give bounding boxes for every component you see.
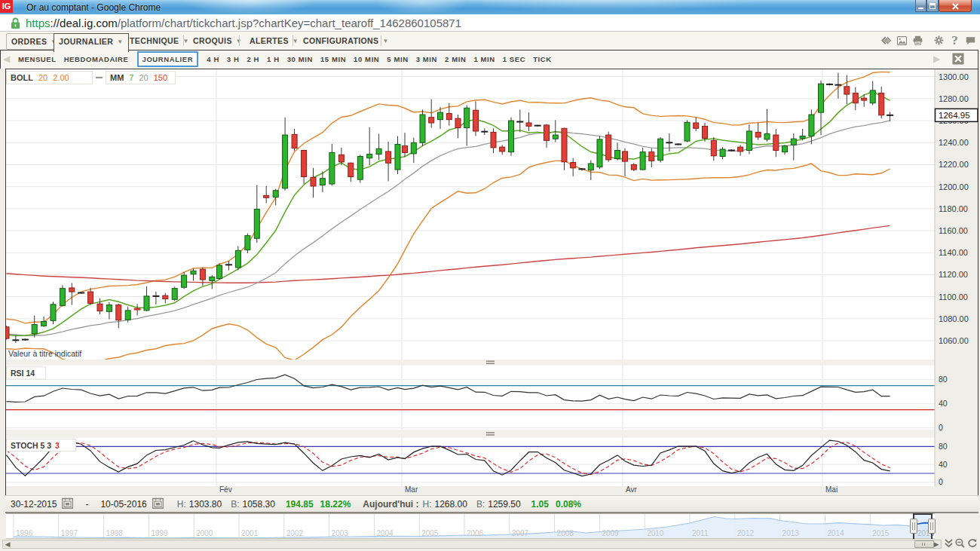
chart-canvas[interactable]: FévMarAvrMai1300.001280.001260.001240.00…: [0, 69, 980, 513]
candle-body[interactable]: [640, 152, 645, 170]
date-from[interactable]: 30-12-2015: [11, 499, 57, 510]
candle-body[interactable]: [738, 147, 743, 152]
rsi-panel[interactable]: [6, 366, 935, 430]
tearoff-icon[interactable]: [881, 34, 891, 47]
panel-separator[interactable]: [6, 360, 935, 366]
candle-body[interactable]: [367, 155, 372, 158]
candle-body[interactable]: [720, 149, 725, 156]
calendar-icon[interactable]: [152, 497, 164, 511]
zoom-out-icon[interactable]: [955, 537, 965, 551]
candle-body[interactable]: [755, 132, 761, 137]
candle-body[interactable]: [446, 114, 452, 120]
candle-body[interactable]: [791, 139, 796, 145]
range-navigator[interactable]: 1996199719981999200020012002200320042005…: [0, 513, 980, 540]
candle-body[interactable]: [438, 112, 443, 119]
candle-body[interactable]: [800, 136, 805, 139]
candle-body[interactable]: [106, 305, 112, 312]
candle-body[interactable]: [97, 304, 103, 311]
candle-body[interactable]: [69, 288, 75, 292]
candle-body[interactable]: [746, 131, 752, 151]
close-chart-icon[interactable]: [952, 53, 964, 65]
collapse-icon[interactable]: [945, 537, 953, 551]
candle-body[interactable]: [500, 147, 505, 152]
stoch-panel[interactable]: [6, 438, 935, 487]
address-bar[interactable]: https://deal.ig.com/platform/chart/tickc…: [0, 14, 980, 32]
timeframe-15min[interactable]: 15 MIN: [317, 52, 350, 66]
candle-body[interactable]: [210, 277, 215, 280]
scrollbar-left-arrow[interactable]: ◀: [3, 540, 12, 548]
candle-body[interactable]: [411, 142, 416, 154]
candle-body[interactable]: [571, 163, 576, 168]
candle-body[interactable]: [163, 295, 168, 298]
candle-body[interactable]: [429, 118, 434, 123]
candle-body[interactable]: [782, 146, 788, 152]
timeframe-1sec[interactable]: 1 SEC: [499, 52, 529, 66]
candle-body[interactable]: [631, 164, 636, 170]
candle-body[interactable]: [191, 271, 196, 274]
timeframe-5min[interactable]: 5 MIN: [383, 52, 412, 66]
candle-body[interactable]: [684, 122, 690, 141]
candle-body[interactable]: [649, 152, 654, 161]
timeframe-2h[interactable]: 2 H: [243, 52, 263, 66]
candle-body[interactable]: [235, 250, 240, 268]
candle-body[interactable]: [615, 150, 620, 158]
timeframe-mensuel[interactable]: MENSUEL: [14, 52, 60, 66]
candle-body[interactable]: [386, 152, 391, 163]
candle-body[interactable]: [879, 93, 884, 115]
candle-body[interactable]: [853, 93, 858, 103]
candle-body[interactable]: [588, 164, 593, 170]
gear-icon[interactable]: [934, 34, 944, 47]
panel-separator[interactable]: [6, 430, 935, 438]
minimize-button[interactable]: [915, 0, 926, 12]
candle-body[interactable]: [348, 163, 354, 176]
candle-body[interactable]: [764, 134, 770, 139]
nav-handle[interactable]: [911, 519, 917, 534]
chat-icon[interactable]: [966, 34, 975, 47]
timeframe-tick[interactable]: TICK: [529, 52, 556, 66]
candle-body[interactable]: [357, 157, 363, 180]
candle-body[interactable]: [844, 87, 850, 94]
candle-body[interactable]: [311, 177, 316, 186]
timeframe-4h[interactable]: 4 H: [203, 52, 223, 66]
timeframe-10min[interactable]: 10 MIN: [350, 52, 383, 66]
timeframe-1h[interactable]: 1 H: [263, 52, 283, 66]
candle-body[interactable]: [245, 236, 250, 250]
candle-body[interactable]: [403, 146, 408, 153]
reset-zoom-icon[interactable]: [967, 537, 978, 551]
candle-body[interactable]: [526, 123, 531, 126]
candle-body[interactable]: [376, 148, 381, 154]
candle-body[interactable]: [116, 305, 121, 320]
scrollbar-thumb[interactable]: [914, 540, 934, 548]
candle-body[interactable]: [273, 191, 278, 197]
candle-body[interactable]: [819, 84, 824, 112]
candle-body[interactable]: [420, 115, 425, 142]
candle-body[interactable]: [254, 210, 259, 239]
candle-body[interactable]: [509, 121, 514, 152]
timeframe-journalier[interactable]: JOURNALIER: [137, 51, 199, 67]
candle-body[interactable]: [623, 152, 628, 161]
candle-body[interactable]: [597, 139, 602, 167]
date-to[interactable]: 10-05-2016: [100, 499, 146, 510]
candle-body[interactable]: [172, 289, 177, 300]
candle-body[interactable]: [694, 123, 699, 128]
timeframe-3min[interactable]: 3 MIN: [412, 52, 441, 66]
url-text[interactable]: https://deal.ig.com/platform/chart/tickc…: [26, 17, 461, 29]
maximize-button[interactable]: [926, 0, 939, 12]
menu-configurations[interactable]: CONFIGURATIONS▼: [299, 33, 394, 48]
candle-body[interactable]: [125, 311, 130, 320]
candle-body[interactable]: [711, 140, 716, 155]
candle-body[interactable]: [862, 98, 867, 100]
candle-body[interactable]: [283, 135, 288, 188]
candle-body[interactable]: [320, 179, 325, 185]
timeframe-30min[interactable]: 30 MIN: [283, 52, 317, 66]
menu-alertes[interactable]: ALERTES▼: [245, 33, 303, 48]
close-button[interactable]: [939, 0, 972, 12]
candle-body[interactable]: [182, 275, 187, 287]
candle-body[interactable]: [217, 265, 222, 279]
scroll-right-icon[interactable]: ▶: [933, 54, 940, 64]
candle-body[interactable]: [544, 125, 550, 140]
candle-body[interactable]: [553, 135, 558, 139]
menu-croquis[interactable]: CROQUIS▼: [188, 33, 247, 48]
timeframe-2min[interactable]: 2 MIN: [441, 52, 470, 66]
timeframe-hebdomadaire[interactable]: HEBDOMADAIRE: [60, 52, 133, 66]
